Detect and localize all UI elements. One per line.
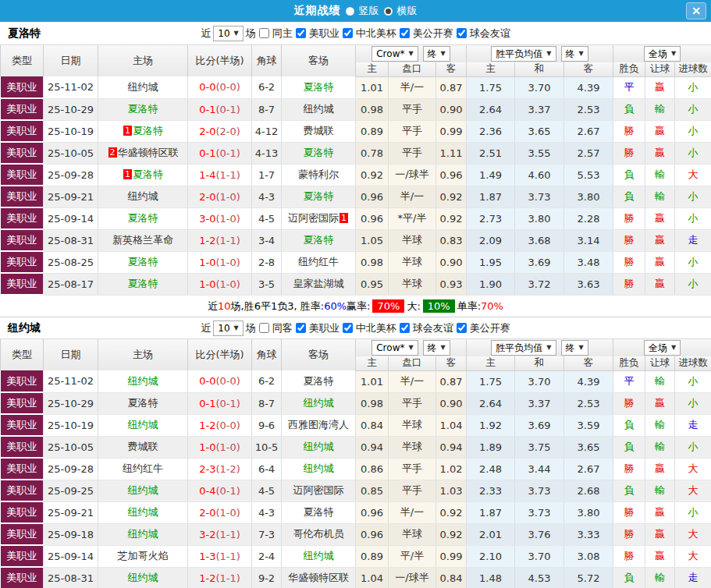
red-card-badge: 1 bbox=[123, 126, 132, 136]
matches-count-select[interactable]: 10▼ bbox=[213, 26, 243, 41]
halftime-score: (1-1) bbox=[215, 551, 240, 562]
league-checkbox-label-0[interactable]: 美职业 bbox=[309, 321, 340, 335]
cell-avg-win: 1.95 bbox=[467, 251, 515, 273]
home-team-name: 华盛顿特区联 bbox=[118, 147, 179, 158]
avg-stage-select[interactable]: 终▼ bbox=[561, 46, 588, 62]
cell-odds-away: 1.04 bbox=[436, 414, 467, 436]
col-avg-draw: 和 bbox=[515, 356, 564, 370]
home-team-name: 纽约城 bbox=[128, 81, 158, 93]
away-team-name: 夏洛特 bbox=[304, 147, 334, 158]
vertical-layout-radio[interactable] bbox=[346, 7, 354, 16]
league-checkbox-label-2[interactable]: 球会友谊 bbox=[413, 321, 453, 335]
matches-count-select[interactable]: 10▼ bbox=[213, 321, 243, 336]
odds-stage-select-value: 终 bbox=[428, 48, 437, 60]
close-button[interactable]: ✕ bbox=[686, 2, 706, 19]
cell-away-team: 费城联 bbox=[282, 120, 356, 142]
cell-handicap: 半/一 bbox=[389, 186, 436, 207]
cell-league: 美职业 bbox=[1, 370, 44, 392]
cell-avg-win: 1.75 bbox=[467, 76, 515, 98]
league-checkbox-0[interactable] bbox=[296, 28, 306, 38]
cell-handicap: 半球 bbox=[389, 436, 436, 458]
cell-league: 美职业 bbox=[1, 251, 44, 273]
scope-select[interactable]: 全场▼ bbox=[644, 340, 681, 356]
cell-date: 25-09-28 bbox=[44, 458, 98, 480]
red-card-badge: 2 bbox=[108, 147, 117, 158]
league-checkbox-label-2[interactable]: 美公开赛 bbox=[413, 27, 453, 41]
avg-odds-select[interactable]: 胜平负均值▼ bbox=[491, 46, 556, 62]
cell-corners: 1-7 bbox=[252, 164, 282, 186]
league-checkbox-3[interactable] bbox=[457, 323, 467, 333]
odds-stage-select[interactable]: 终▼ bbox=[423, 340, 450, 356]
fulltime-score: 1-0 bbox=[199, 257, 215, 268]
fulltime-score: 1-2 bbox=[199, 572, 215, 584]
horizontal-layout-radio[interactable] bbox=[384, 7, 393, 16]
cell-league: 美职业 bbox=[1, 545, 44, 567]
horizontal-layout-label[interactable]: 横版 bbox=[397, 4, 418, 18]
odds-company-select[interactable]: Crow*▼ bbox=[371, 46, 418, 62]
cell-score: 0-1(0-1) bbox=[188, 142, 252, 164]
col-result-wdl: 胜负 bbox=[613, 62, 645, 76]
cell-result-handicap: 輸 bbox=[645, 164, 675, 186]
halftime-score: (1-2) bbox=[215, 463, 240, 475]
same-venue-checkbox[interactable] bbox=[259, 323, 269, 333]
odds-selects-group: Crow*▼终▼ bbox=[356, 339, 467, 356]
league-checkbox-1[interactable] bbox=[343, 28, 353, 38]
league-checkbox-3[interactable] bbox=[457, 28, 467, 38]
league-checkbox-label-1[interactable]: 中北美杯 bbox=[356, 321, 396, 335]
cell-home-team: 夏洛特 bbox=[98, 98, 188, 120]
col-date: 日期 bbox=[44, 45, 98, 76]
cell-date: 25-09-14 bbox=[44, 207, 98, 229]
away-team-name: 迈阿密国际 bbox=[288, 212, 339, 224]
col-result-handicap: 让球 bbox=[645, 356, 675, 370]
halftime-score: (1-0) bbox=[215, 191, 240, 203]
odds-stage-select[interactable]: 终▼ bbox=[423, 46, 450, 62]
cell-score: 2-0(2-0) bbox=[188, 120, 252, 142]
odds-company-select[interactable]: Crow*▼ bbox=[371, 340, 418, 356]
cell-handicap: 半/一 bbox=[389, 501, 436, 523]
avg-odds-select[interactable]: 胜平负均值▼ bbox=[491, 340, 556, 356]
cell-result-handicap: 贏 bbox=[645, 458, 675, 480]
league-checkbox-label-0[interactable]: 美职业 bbox=[309, 27, 340, 41]
away-team-name: 华盛顿特区联 bbox=[288, 572, 349, 583]
league-checkbox-0[interactable] bbox=[296, 323, 306, 333]
cell-handicap: 平手 bbox=[389, 142, 436, 164]
scope-select[interactable]: 全场▼ bbox=[644, 46, 681, 62]
league-checkbox-label-3[interactable]: 美公开赛 bbox=[470, 321, 510, 335]
cell-home-team: 纽约红牛 bbox=[98, 458, 188, 480]
cell-result-handicap: 輸 bbox=[645, 370, 675, 392]
cell-odds-away: 0.84 bbox=[436, 567, 467, 588]
cell-avg-win: 1.49 bbox=[467, 164, 515, 186]
cell-odds-home: 0.94 bbox=[356, 436, 389, 458]
col-odds-away: 客 bbox=[436, 62, 467, 76]
cell-result-goals: 小 bbox=[675, 370, 711, 392]
cell-odds-home: 0.86 bbox=[356, 458, 389, 480]
cell-handicap: 半/一 bbox=[389, 76, 436, 98]
cell-handicap: 半球 bbox=[389, 251, 436, 273]
cell-avg-lose: 2.57 bbox=[564, 142, 613, 164]
cell-avg-win: 2.73 bbox=[467, 207, 515, 229]
table-row: 美职业25-09-25纽约城0-4(0-1)4-5迈阿密国际0.85平手1.03… bbox=[1, 480, 711, 501]
league-checkbox-1[interactable] bbox=[343, 323, 353, 333]
home-team-name: 纽约城 bbox=[128, 375, 158, 387]
cell-avg-lose: 4.39 bbox=[564, 370, 613, 392]
cell-odds-away: 0.92 bbox=[436, 523, 467, 545]
cell-odds-home: 1.04 bbox=[356, 567, 389, 588]
cell-league: 美职业 bbox=[1, 120, 44, 142]
league-checkbox-label-1[interactable]: 中北美杯 bbox=[356, 27, 396, 41]
same-venue-checkbox[interactable] bbox=[259, 28, 269, 38]
halftime-score: (1-1) bbox=[215, 235, 240, 246]
scope-select-wrap: 全场▼ bbox=[613, 45, 711, 62]
table-row: 美职业25-08-17夏洛特1-0(1-0)3-5皇家盐湖城0.95半球0.93… bbox=[1, 273, 711, 295]
dropdown-arrow-icon: ▼ bbox=[579, 48, 584, 60]
league-checkbox-label-3[interactable]: 球会友谊 bbox=[470, 27, 510, 41]
cell-odds-away: 0.92 bbox=[436, 207, 467, 229]
vertical-layout-label[interactable]: 竖版 bbox=[359, 4, 379, 18]
home-team-name: 芝加哥火焰 bbox=[118, 550, 169, 561]
league-checkbox-2[interactable] bbox=[400, 28, 410, 38]
home-team-name: 纽约城 bbox=[128, 484, 158, 496]
cell-away-team: 蒙特利尔 bbox=[282, 164, 356, 186]
league-checkbox-2[interactable] bbox=[400, 323, 410, 333]
avg-selects: 胜平负均值▼终▼ bbox=[467, 339, 613, 356]
avg-stage-select[interactable]: 终▼ bbox=[561, 340, 588, 356]
halftime-score: (0-1) bbox=[215, 485, 240, 497]
